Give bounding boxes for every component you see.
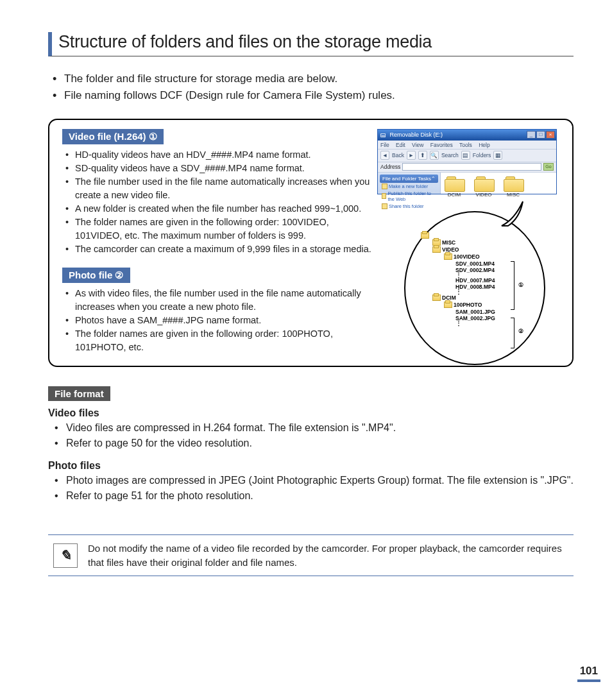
- speech-bubble: MISC VIDEO 100VIDEO SDV_0001.MP4 SDV_000…: [404, 211, 545, 365]
- file-format-heading: File format: [48, 386, 110, 401]
- folders-icon: ▤: [461, 151, 470, 160]
- note-text: Do not modify the name of a video file r…: [88, 542, 568, 570]
- main-box: Video file (H.264) ① HD-quality videos h…: [48, 119, 574, 367]
- tree-label: MISC: [442, 239, 455, 246]
- list-item: A new folder is created when the file nu…: [75, 202, 373, 216]
- folder-item: DCIM: [445, 176, 464, 198]
- menu-item: File: [380, 142, 389, 148]
- task-item: Share this folder: [380, 203, 438, 210]
- back-label: Back: [392, 152, 404, 158]
- speech-tail: [500, 200, 526, 227]
- intro-item: File naming follows DCF (Design rule for…: [64, 87, 574, 104]
- video-files-heading: Video files: [48, 407, 574, 419]
- tree-file: HDV_0007.MP4: [421, 277, 495, 284]
- address-label: Address: [380, 164, 400, 170]
- list-item: SD-quality videos have a SDV_####.MP4 na…: [75, 162, 373, 175]
- list-item: HD-quality videos have an HDV_####.MP4 n…: [75, 148, 373, 162]
- task-item: Make a new folder: [380, 183, 438, 190]
- photo-files-list: Photo images are compressed in JPEG (Joi…: [48, 473, 574, 504]
- folder-tree: MISC VIDEO 100VIDEO SDV_0001.MP4 SDV_000…: [421, 232, 495, 325]
- note-icon: ✎: [53, 543, 78, 568]
- address-bar: Address Go: [378, 162, 556, 173]
- window-title: Removable Disk (E:): [390, 132, 443, 138]
- note-row: ✎ Do not modify the name of a video file…: [48, 534, 574, 577]
- photo-files-heading: Photo files: [48, 460, 574, 472]
- folder-icon: [444, 253, 452, 260]
- callout-2: ②: [518, 328, 523, 334]
- back-icon: ◄: [380, 151, 389, 160]
- list-item: The folder names are given in the follow…: [75, 216, 373, 243]
- video-files-list: Video files are compressed in H.264 form…: [48, 420, 574, 451]
- intro-list: The folder and file structure for storag…: [48, 71, 574, 105]
- tree-label: 100PHOTO: [454, 302, 482, 308]
- page-title: Structure of folders and files on the st…: [48, 32, 574, 56]
- minimize-icon: _: [527, 131, 536, 139]
- video-file-heading: Video file (H.264) ①: [62, 129, 164, 144]
- folder-icon: [474, 176, 493, 191]
- file-format-section: File format Video files Video files are …: [48, 386, 574, 504]
- tree-file: SAM_0001.JPG: [421, 309, 495, 315]
- menu-item: Help: [479, 142, 489, 148]
- list-item: Refer to page 50 for the video resolutio…: [66, 436, 574, 451]
- folder-icon: [432, 295, 441, 301]
- close-icon: ×: [546, 131, 555, 139]
- folder-item: MISC: [504, 176, 523, 198]
- menu-bar: File Edit View Favorites Tools Help: [378, 141, 556, 149]
- task-header: File and Folder Tasks⌃: [380, 175, 438, 183]
- menu-item: Favorites: [430, 142, 453, 148]
- list-item: As with video files, the file number use…: [75, 287, 373, 314]
- folder-pane: DCIM VIDEO MISC: [441, 173, 556, 194]
- folder-icon: [421, 232, 429, 239]
- folders-label: Folders: [473, 152, 491, 158]
- views-icon: ▦: [493, 151, 502, 160]
- task-item: Publish this folder to the Web: [380, 190, 438, 203]
- list-item: Photo images are compressed in JPEG (Joi…: [66, 473, 574, 488]
- folder-illustration: Removable Disk (E:) _ □ × File Edit View…: [377, 129, 563, 373]
- page-number: 101: [577, 665, 600, 682]
- tree-label: 100VIDEO: [454, 253, 480, 260]
- toolbar: ◄ Back ► ⬆ 🔍 Search ▤ Folders ▦: [378, 149, 556, 162]
- go-button: Go: [543, 163, 554, 171]
- ellipsis-icon: ⋮: [421, 321, 495, 325]
- list-item: Refer to page 51 for the photo resolutio…: [66, 488, 574, 504]
- forward-icon: ►: [407, 151, 416, 160]
- search-icon: 🔍: [430, 151, 439, 160]
- intro-item: The folder and file structure for storag…: [64, 71, 574, 87]
- window-titlebar: Removable Disk (E:) _ □ ×: [378, 130, 556, 141]
- folder-icon: [432, 246, 441, 253]
- video-file-list: HD-quality videos have an HDV_####.MP4 n…: [62, 148, 373, 256]
- menu-item: Tools: [459, 142, 472, 148]
- photo-file-list: As with video files, the file number use…: [62, 287, 373, 354]
- folder-icon: [445, 176, 464, 191]
- address-input: [402, 163, 541, 171]
- menu-item: View: [412, 142, 423, 148]
- folder-icon: [444, 302, 452, 308]
- list-item: Video files are compressed in H.264 form…: [66, 420, 574, 436]
- list-item: The camcorder can create a maximum of 9,…: [75, 243, 373, 256]
- folder-icon: [504, 176, 523, 191]
- ellipsis-icon: ⋮: [421, 290, 495, 294]
- list-item: The folder names are given in the follow…: [75, 327, 373, 354]
- up-icon: ⬆: [418, 151, 427, 160]
- tree-file: SDV_0001.MP4: [421, 260, 495, 267]
- explorer-window: Removable Disk (E:) _ □ × File Edit View…: [377, 129, 557, 194]
- photo-file-heading: Photo file ②: [62, 268, 130, 283]
- collapse-icon: ⌃: [431, 176, 436, 182]
- list-item: The file number used in the file name au…: [75, 175, 373, 202]
- search-label: Search: [441, 152, 459, 158]
- folder-item: VIDEO: [474, 176, 493, 198]
- maximize-icon: □: [536, 131, 545, 139]
- list-item: Photos have a SAM_####.JPG name format.: [75, 314, 373, 327]
- tree-label: VIDEO: [442, 246, 459, 253]
- callout-1: ①: [518, 282, 523, 288]
- task-panel: File and Folder Tasks⌃ Make a new folder…: [378, 173, 441, 194]
- menu-item: Edit: [396, 142, 405, 148]
